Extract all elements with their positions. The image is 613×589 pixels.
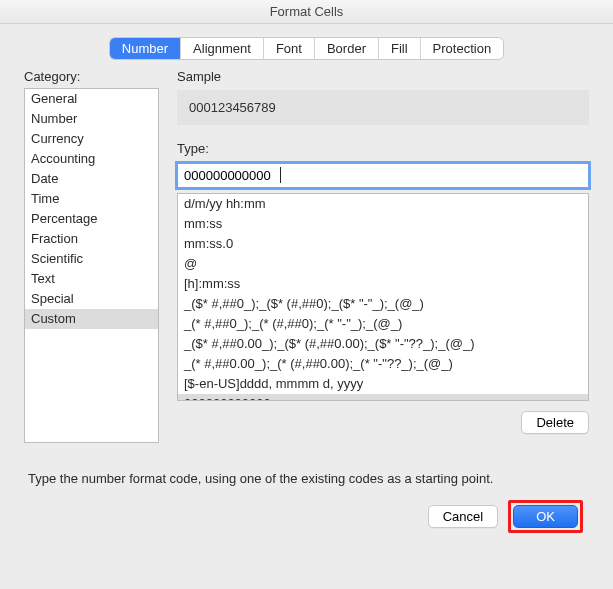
window-title: Format Cells: [0, 0, 613, 24]
format-item[interactable]: [$-en-US]dddd, mmmm d, yyyy: [178, 374, 588, 394]
category-item[interactable]: Scientific: [25, 249, 158, 269]
category-item[interactable]: Currency: [25, 129, 158, 149]
category-item[interactable]: Time: [25, 189, 158, 209]
window-title-text: Format Cells: [270, 4, 344, 19]
format-item[interactable]: _($* #,##0.00_);_($* (#,##0.00);_($* "-"…: [178, 334, 588, 354]
tab-font[interactable]: Font: [264, 38, 315, 59]
tab-number[interactable]: Number: [110, 38, 181, 59]
format-item[interactable]: _(* #,##0_);_(* (#,##0);_(* "-"_);_(@_): [178, 314, 588, 334]
sample-label: Sample: [177, 69, 589, 84]
format-item[interactable]: _(* #,##0.00_);_(* (#,##0.00);_(* "-"??_…: [178, 354, 588, 374]
format-item[interactable]: 000000000000: [178, 394, 588, 401]
ok-highlight: OK: [508, 500, 583, 533]
category-item[interactable]: Special: [25, 289, 158, 309]
cancel-button[interactable]: Cancel: [428, 505, 498, 528]
category-label: Category:: [24, 69, 159, 84]
format-item[interactable]: [h]:mm:ss: [178, 274, 588, 294]
text-caret: [280, 167, 281, 183]
category-item[interactable]: Accounting: [25, 149, 158, 169]
category-item[interactable]: Custom: [25, 309, 158, 329]
dialog-footer: Cancel OK: [24, 500, 589, 541]
tab-bar: Number Alignment Font Border Fill Protec…: [0, 24, 613, 69]
sample-value: 000123456789: [177, 90, 589, 125]
tab-segment: Number Alignment Font Border Fill Protec…: [110, 38, 503, 59]
format-item[interactable]: mm:ss: [178, 214, 588, 234]
tab-border[interactable]: Border: [315, 38, 379, 59]
tab-alignment[interactable]: Alignment: [181, 38, 264, 59]
category-item[interactable]: General: [25, 89, 158, 109]
format-item[interactable]: mm:ss.0: [178, 234, 588, 254]
ok-button[interactable]: OK: [513, 505, 578, 528]
format-item[interactable]: _($* #,##0_);_($* (#,##0);_($* "-"_);_(@…: [178, 294, 588, 314]
help-text: Type the number format code, using one o…: [24, 443, 589, 500]
category-item[interactable]: Date: [25, 169, 158, 189]
format-item[interactable]: d/m/yy hh:mm: [178, 194, 588, 214]
format-list[interactable]: d/m/yy hh:mmmm:ssmm:ss.0@[h]:mm:ss_($* #…: [177, 193, 589, 401]
type-input[interactable]: [177, 163, 589, 188]
category-item[interactable]: Number: [25, 109, 158, 129]
category-item[interactable]: Text: [25, 269, 158, 289]
category-list[interactable]: GeneralNumberCurrencyAccountingDateTimeP…: [24, 88, 159, 443]
delete-button[interactable]: Delete: [521, 411, 589, 434]
type-label: Type:: [177, 141, 589, 156]
format-item[interactable]: @: [178, 254, 588, 274]
format-cells-dialog: Format Cells Number Alignment Font Borde…: [0, 0, 613, 589]
category-item[interactable]: Fraction: [25, 229, 158, 249]
tab-protection[interactable]: Protection: [421, 38, 504, 59]
category-item[interactable]: Percentage: [25, 209, 158, 229]
tab-fill[interactable]: Fill: [379, 38, 421, 59]
